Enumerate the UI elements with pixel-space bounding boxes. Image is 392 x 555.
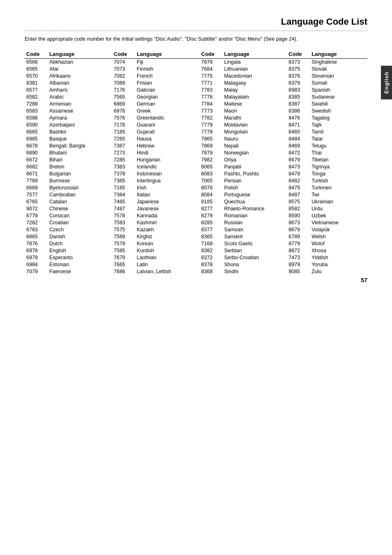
sep-cell-15-2: [280, 164, 287, 170]
code-cell-29-2: 8378: [200, 261, 223, 268]
lang-cell-17-2: Persian: [222, 177, 280, 184]
code-cell-7-1: 6976: [112, 108, 135, 115]
lang-cell-27-2: Serbian: [222, 247, 280, 254]
lang-cell-1-0: Afar: [48, 66, 105, 73]
sep-cell-28-2: [280, 254, 287, 261]
code-cell-4-0: 6577: [25, 87, 48, 94]
lang-cell-7-3: Swedish: [310, 108, 367, 115]
lang-cell-12-2: Nepali: [222, 143, 280, 150]
table-row: 6570Afrikaans7082French7775Macedonian837…: [25, 73, 367, 80]
lang-cell-2-0: Afrikaans: [48, 73, 105, 80]
sep-cell-13-1: [192, 150, 199, 157]
code-cell-30-3: 9085: [287, 268, 310, 275]
lang-cell-26-3: Wolof: [310, 240, 367, 247]
lang-cell-0-1: Fiji: [135, 58, 193, 66]
sep-cell-17-2: [280, 177, 287, 184]
lang-cell-17-0: Burmese: [48, 177, 105, 184]
code-cell-1-1: 7073: [112, 66, 135, 73]
lang-cell-27-0: English: [48, 247, 105, 254]
sep-cell-15-0: [105, 164, 112, 170]
lang-cell-19-2: Portuguese: [222, 191, 280, 198]
sep-cell-23-2: [280, 219, 287, 226]
code-cell-16-3: 8479: [287, 170, 310, 177]
sep-cell-15-1: [192, 164, 199, 170]
sep-cell-18-0: [105, 184, 112, 191]
col-header-code3: Code: [200, 50, 223, 59]
lang-cell-22-2: Romanian: [222, 212, 280, 219]
lang-cell-30-1: Latvian, Lettish: [135, 268, 193, 275]
code-cell-17-3: 8482: [287, 177, 310, 184]
code-cell-25-1: 7589: [112, 233, 135, 240]
code-cell-5-2: 7776: [200, 94, 223, 101]
lang-cell-28-3: Yiddish: [310, 254, 367, 261]
lang-cell-26-2: Scots Gaelic: [222, 240, 280, 247]
lang-cell-11-3: Tatar: [310, 136, 367, 143]
col-sep2: [192, 50, 199, 59]
table-row: 6678Bengali; Bangla7387Hebrew7869Nepali8…: [25, 143, 367, 150]
table-row: 6890Bhutani7273Hindi7879Norwegian8472Tha…: [25, 150, 367, 157]
lang-cell-14-2: Oriya: [222, 157, 280, 164]
lang-cell-9-2: Moldavian: [222, 122, 280, 129]
code-cell-6-0: 7289: [25, 101, 48, 108]
lang-cell-18-1: Irish: [135, 184, 193, 191]
lang-cell-6-3: Swahili: [310, 101, 367, 108]
code-cell-25-0: 6865: [25, 233, 48, 240]
lang-cell-21-3: Urdu: [310, 205, 367, 212]
code-cell-30-0: 7079: [25, 268, 48, 275]
lang-cell-9-0: Azerbaijani: [48, 122, 105, 129]
table-row: 7289Armenian6869German7784Maltese8387Swa…: [25, 101, 367, 108]
code-cell-22-2: 8279: [200, 212, 223, 219]
sep-cell-29-1: [192, 261, 199, 268]
lang-cell-25-3: Welsh: [310, 233, 367, 240]
sep-cell-2-2: [280, 73, 287, 80]
code-cell-29-1: 7665: [112, 261, 135, 268]
code-cell-19-1: 7384: [112, 191, 135, 198]
sep-cell-3-2: [280, 80, 287, 87]
lang-cell-25-2: Sanskrit: [222, 233, 280, 240]
code-cell-4-1: 7176: [112, 87, 135, 94]
table-row: 7789Burmese7365Interlingua7065Persian848…: [25, 177, 367, 184]
sep-cell-27-2: [280, 247, 287, 254]
table-row: 6783Czech7575Kazakh8377Samoan8679Volapük: [25, 226, 367, 233]
sep-cell-26-2: [280, 240, 287, 247]
code-cell-25-2: 8365: [200, 233, 223, 240]
code-cell-28-0: 6979: [25, 254, 48, 261]
lang-cell-21-0: Chinese: [48, 205, 105, 212]
code-cell-18-0: 6669: [25, 184, 48, 191]
lang-cell-5-0: Arabic: [48, 94, 105, 101]
lang-cell-28-1: Laothian: [135, 254, 193, 261]
table-row: 7282Croatian7583Kashmiri8285Russian8673V…: [25, 219, 367, 226]
lang-cell-5-1: Georgian: [135, 94, 193, 101]
lang-cell-14-0: Bihari: [48, 157, 105, 164]
sep-cell-25-2: [280, 233, 287, 240]
lang-cell-30-3: Zulu: [310, 268, 367, 275]
sep-cell-12-0: [105, 143, 112, 150]
code-cell-16-1: 7378: [112, 170, 135, 177]
code-cell-12-2: 7869: [200, 143, 223, 150]
lang-cell-16-3: Tonga: [310, 170, 367, 177]
lang-cell-3-0: Albanian: [48, 80, 105, 87]
lang-cell-22-3: Uzbek: [310, 212, 367, 219]
sep-cell-24-1: [192, 226, 199, 233]
lang-cell-23-2: Russian: [222, 219, 280, 226]
sep-cell-9-1: [192, 122, 199, 129]
lang-cell-8-1: Greenlandic: [135, 115, 193, 122]
code-cell-15-1: 7383: [112, 164, 135, 170]
sep-cell-20-2: [280, 198, 287, 205]
sep-cell-25-0: [105, 233, 112, 240]
sep-cell-10-2: [280, 129, 287, 136]
lang-cell-24-3: Volapük: [310, 226, 367, 233]
lang-cell-11-1: Hausa: [135, 136, 193, 143]
code-cell-9-0: 6590: [25, 122, 48, 129]
intro-text: Enter the appropriate code number for th…: [25, 35, 367, 43]
code-cell-10-3: 8465: [287, 129, 310, 136]
col-header-lang1: Language: [48, 50, 105, 59]
code-cell-14-3: 6679: [287, 157, 310, 164]
lang-cell-26-1: Korean: [135, 240, 193, 247]
code-cell-15-0: 6682: [25, 164, 48, 170]
sep-cell-13-2: [280, 150, 287, 157]
sep-cell-24-0: [105, 226, 112, 233]
lang-cell-20-3: Ukrainian: [310, 198, 367, 205]
code-cell-22-1: 7578: [112, 212, 135, 219]
code-cell-30-2: 8368: [200, 268, 223, 275]
